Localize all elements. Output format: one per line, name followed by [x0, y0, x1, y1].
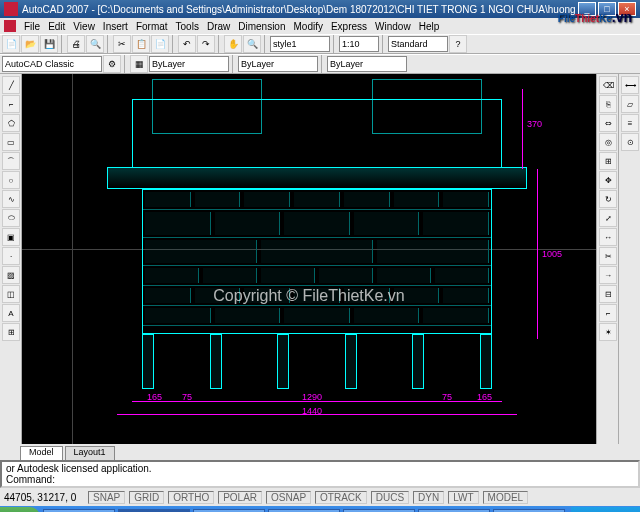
layer-icon[interactable]: ▦	[130, 55, 148, 73]
stretch-icon[interactable]: ↔	[599, 228, 617, 246]
polar-toggle[interactable]: POLAR	[218, 491, 262, 504]
spline-icon[interactable]: ∿	[2, 190, 20, 208]
line-icon[interactable]: ╱	[2, 76, 20, 94]
system-tray[interactable]: 🔊 1:07 PM	[571, 507, 640, 512]
properties-toolbar: AutoCAD Classic ⚙ ▦ ByLayer ByLayer ByLa…	[0, 54, 640, 74]
snap-toggle[interactable]: SNAP	[88, 491, 125, 504]
id-icon[interactable]: ⊙	[621, 133, 639, 151]
point-icon[interactable]: ·	[2, 247, 20, 265]
command-prompt: Command:	[6, 474, 634, 485]
undo-icon[interactable]: ↶	[178, 35, 196, 53]
start-button[interactable]: start	[0, 507, 40, 512]
paste-icon[interactable]: 📄	[151, 35, 169, 53]
break-icon[interactable]: ⊟	[599, 285, 617, 303]
scale-icon[interactable]: ⤢	[599, 209, 617, 227]
save-icon[interactable]: 💾	[40, 35, 58, 53]
command-history: or Autodesk licensed application.	[6, 463, 634, 474]
workspace-select[interactable]: AutoCAD Classic	[2, 56, 102, 72]
polygon-icon[interactable]: ⬠	[2, 114, 20, 132]
circle-icon[interactable]: ○	[2, 171, 20, 189]
redo-icon[interactable]: ↷	[197, 35, 215, 53]
otrack-toggle[interactable]: OTRACK	[315, 491, 367, 504]
extend-icon[interactable]: →	[599, 266, 617, 284]
ducs-toggle[interactable]: DUCS	[371, 491, 409, 504]
help-icon[interactable]: ?	[449, 35, 467, 53]
menu-modify[interactable]: Modify	[294, 21, 323, 32]
copy-icon[interactable]: 📋	[132, 35, 150, 53]
trim-icon[interactable]: ✂	[599, 247, 617, 265]
menu-view[interactable]: View	[73, 21, 95, 32]
dim-h1: 165	[147, 392, 162, 402]
modify-toolbar-2: ⟷ ▱ ≡ ⊙	[618, 74, 640, 444]
command-window[interactable]: or Autodesk licensed application. Comman…	[0, 460, 640, 488]
draw-toolbar: ╱ ⌐ ⬠ ▭ ⌒ ○ ∿ ⬭ ▣ · ▨ ◫ A ⊞	[0, 74, 22, 444]
menu-window[interactable]: Window	[375, 21, 411, 32]
cut-icon[interactable]: ✂	[113, 35, 131, 53]
region-icon[interactable]: ◫	[2, 285, 20, 303]
explode-icon[interactable]: ✶	[599, 323, 617, 341]
menu-help[interactable]: Help	[419, 21, 440, 32]
color-select[interactable]: ByLayer	[238, 56, 318, 72]
open-icon[interactable]: 📂	[21, 35, 39, 53]
menu-tools[interactable]: Tools	[176, 21, 199, 32]
dim-line-v1	[522, 89, 523, 169]
menu-express[interactable]: Express	[331, 21, 367, 32]
dyn-toggle[interactable]: DYN	[413, 491, 444, 504]
linetype-select[interactable]: ByLayer	[327, 56, 407, 72]
dim-h3: 1290	[302, 392, 322, 402]
ortho-toggle[interactable]: ORTHO	[168, 491, 214, 504]
mirror-icon[interactable]: ⇔	[599, 114, 617, 132]
block-icon[interactable]: ▣	[2, 228, 20, 246]
list-icon[interactable]: ≡	[621, 114, 639, 132]
layer-select[interactable]: ByLayer	[149, 56, 229, 72]
array-icon[interactable]: ⊞	[599, 152, 617, 170]
menu-edit[interactable]: Edit	[48, 21, 65, 32]
osnap-toggle[interactable]: OSNAP	[266, 491, 311, 504]
style-select[interactable]: style1	[270, 36, 330, 52]
rotate-icon[interactable]: ↻	[599, 190, 617, 208]
settings-icon[interactable]: ⚙	[103, 55, 121, 73]
dim-h5: 165	[477, 392, 492, 402]
text-icon[interactable]: A	[2, 304, 20, 322]
zoom-icon[interactable]: 🔍	[243, 35, 261, 53]
lwt-toggle[interactable]: LWT	[448, 491, 478, 504]
tab-layout1[interactable]: Layout1	[65, 446, 115, 460]
polyline-icon[interactable]: ⌐	[2, 95, 20, 113]
dim-h2: 75	[182, 392, 192, 402]
status-bar: 44705, 31217, 0 SNAP GRID ORTHO POLAR OS…	[0, 488, 640, 506]
fillet-icon[interactable]: ⌐	[599, 304, 617, 322]
hatch-icon[interactable]: ▨	[2, 266, 20, 284]
rectangle-icon[interactable]: ▭	[2, 133, 20, 151]
window-title: AutoCAD 2007 - [C:\Documents and Setting…	[22, 4, 578, 15]
menu-dimension[interactable]: Dimension	[238, 21, 285, 32]
erase-icon[interactable]: ⌫	[599, 76, 617, 94]
copy2-icon[interactable]: ⎘	[599, 95, 617, 113]
area-icon[interactable]: ▱	[621, 95, 639, 113]
standard-select[interactable]: Standard	[388, 36, 448, 52]
tab-model[interactable]: Model	[20, 446, 63, 460]
ellipse-icon[interactable]: ⬭	[2, 209, 20, 227]
scale-select[interactable]: 1:10	[339, 36, 379, 52]
print-icon[interactable]: 🖨	[67, 35, 85, 53]
grid-toggle[interactable]: GRID	[129, 491, 164, 504]
dim-v1: 370	[527, 119, 542, 129]
model-toggle[interactable]: MODEL	[483, 491, 529, 504]
dist-icon[interactable]: ⟷	[621, 76, 639, 94]
table-icon[interactable]: ⊞	[2, 323, 20, 341]
move-icon[interactable]: ✥	[599, 171, 617, 189]
menu-insert[interactable]: Insert	[103, 21, 128, 32]
modify-toolbar: ⌫ ⎘ ⇔ ◎ ⊞ ✥ ↻ ⤢ ↔ ✂ → ⊟ ⌐ ✶	[596, 74, 618, 444]
menu-file[interactable]: File	[24, 21, 40, 32]
pan-icon[interactable]: ✋	[224, 35, 242, 53]
menu-draw[interactable]: Draw	[207, 21, 230, 32]
offset-icon[interactable]: ◎	[599, 133, 617, 151]
drawing-content: 165 75 1290 75 165 1440 370 1005	[92, 79, 542, 419]
drawing-canvas[interactable]: 165 75 1290 75 165 1440 370 1005 Copyrig…	[22, 74, 596, 444]
menubar: File Edit View Insert Format Tools Draw …	[0, 18, 640, 34]
new-icon[interactable]: 📄	[2, 35, 20, 53]
arc-icon[interactable]: ⌒	[2, 152, 20, 170]
dim-total: 1440	[302, 406, 322, 416]
menu-format[interactable]: Format	[136, 21, 168, 32]
preview-icon[interactable]: 🔍	[86, 35, 104, 53]
altar-legs	[142, 334, 492, 389]
